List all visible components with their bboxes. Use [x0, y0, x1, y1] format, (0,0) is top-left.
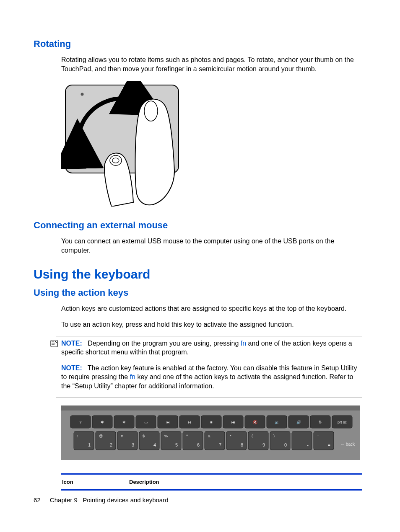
svg-text:+: +: [317, 434, 319, 438]
table-header-row: Icon Description: [61, 475, 362, 491]
page-footer: 62 Chapter 9 Pointing devices and keyboa…: [34, 496, 169, 504]
svg-text:■: ■: [210, 420, 212, 424]
svg-text:=: =: [328, 442, 330, 447]
svg-text:2: 2: [110, 442, 112, 447]
svg-text:$: $: [143, 434, 145, 438]
svg-text:&: &: [208, 434, 210, 438]
svg-text:🔊: 🔊: [296, 420, 301, 425]
heading-external-mouse: Connecting an external mouse: [34, 220, 362, 231]
svg-text:▭: ▭: [144, 420, 148, 424]
svg-text:8: 8: [241, 442, 243, 447]
svg-text:#: #: [121, 434, 123, 438]
para-external-mouse: You can connect an external USB mouse to…: [61, 237, 362, 255]
para-rotating: Rotating allows you to rotate items such…: [61, 55, 362, 73]
note-icon: [50, 340, 58, 350]
svg-text:1: 1: [88, 442, 91, 447]
svg-text:⏮: ⏮: [166, 420, 170, 424]
svg-text:✱: ✱: [101, 420, 104, 424]
svg-text:6: 6: [197, 442, 200, 447]
note-1-text-before: Depending on the program you are using, …: [88, 340, 241, 347]
note-2-label: NOTE:: [61, 364, 82, 372]
table-header-description: Description: [129, 479, 159, 485]
svg-text:): ): [273, 434, 275, 438]
svg-text:⏯: ⏯: [188, 420, 192, 424]
svg-text:*: *: [230, 434, 231, 438]
svg-text:⇅: ⇅: [319, 420, 322, 424]
svg-text:_: _: [295, 434, 298, 438]
fn-key-reference-2: fn: [130, 373, 135, 380]
svg-text:🔉: 🔉: [275, 420, 280, 425]
svg-point-1: [81, 93, 84, 96]
svg-text:(: (: [252, 434, 253, 438]
svg-text:-: -: [307, 442, 309, 447]
svg-text:⏭: ⏭: [231, 420, 235, 424]
heading-action-keys: Using the action keys: [34, 287, 362, 298]
note-1: NOTE: Depending on the program you are u…: [61, 339, 362, 357]
svg-text:%: %: [164, 434, 168, 438]
svg-text:✲: ✲: [122, 420, 126, 424]
svg-text:@: @: [99, 434, 103, 438]
svg-rect-5: [51, 340, 57, 347]
table-header-icon: Icon: [62, 479, 129, 485]
svg-text:4: 4: [153, 442, 156, 447]
svg-text:?: ?: [79, 420, 81, 424]
fn-key-reference: fn: [241, 340, 246, 347]
action-keys-table: Icon Description: [61, 473, 362, 491]
svg-text:0: 0: [284, 442, 287, 447]
svg-text:7: 7: [219, 442, 221, 447]
svg-text:3: 3: [132, 442, 134, 447]
page-content: Rotating Rotating allows you to rotate i…: [0, 0, 400, 532]
svg-text:🔇: 🔇: [253, 420, 258, 425]
illustration-rotating-gesture: [61, 81, 362, 208]
chapter-title: Chapter 9 Pointing devices and keyboard: [50, 496, 169, 504]
svg-text:← back: ← back: [340, 442, 355, 447]
svg-text:!: !: [77, 434, 78, 438]
heading-rotating: Rotating: [34, 39, 362, 49]
page-number: 62: [34, 496, 41, 504]
note-divider-bottom: [56, 398, 362, 398]
svg-rect-7: [61, 405, 360, 411]
heading-using-keyboard: Using the keyboard: [34, 267, 362, 281]
svg-text:5: 5: [175, 442, 178, 447]
para-action-keys-2: To use an action key, press and hold thi…: [61, 320, 362, 329]
note-divider-top: [56, 336, 362, 336]
svg-text:9: 9: [262, 442, 265, 447]
para-action-keys-1: Action keys are customized actions that …: [61, 304, 362, 313]
note-1-label: NOTE:: [61, 340, 82, 347]
svg-text:prt sc: prt sc: [338, 420, 347, 424]
note-2: NOTE: The action key feature is enabled …: [61, 364, 362, 391]
illustration-keyboard-top-row: ?✱✲▭⏮⏯■⏭🔇🔉🔊⇅prt sc !1@2#3$4%5^6&7*8(9)0_…: [61, 405, 362, 462]
